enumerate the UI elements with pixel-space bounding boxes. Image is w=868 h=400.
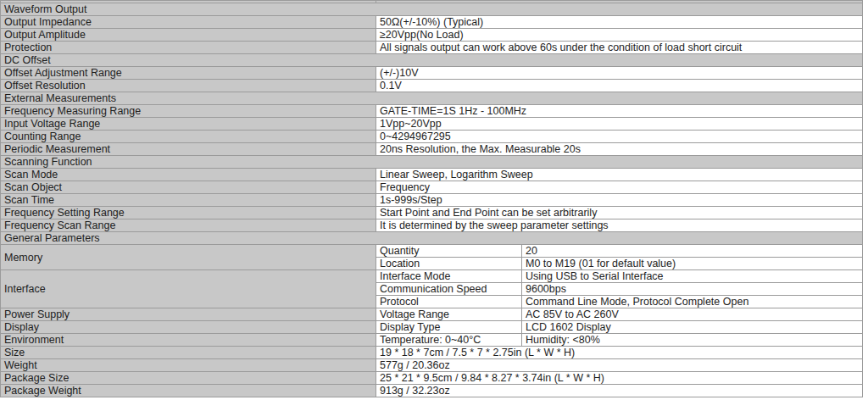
spec-row: Counting Range 0~4294967295 [1, 131, 863, 143]
spec-row: Package Weight 913g / 32.23oz [1, 385, 863, 397]
spec-value: Linear Sweep, Logarithm Sweep [376, 169, 863, 181]
spec-value: ≥20Vpp(No Load) [376, 29, 863, 42]
section-header: DC Offset [1, 54, 863, 67]
spec-value: GATE-TIME=1S 1Hz - 100MHz [376, 105, 863, 118]
spec-value: LCD 1602 Display [522, 321, 863, 334]
spec-row: Offset Resolution 0.1V [1, 80, 863, 92]
spec-sub-label: Communication Speed [376, 283, 522, 296]
spec-label: Scan Time [1, 194, 376, 207]
spec-value: 0~4294967295 [376, 131, 863, 143]
section-row-scanning-function: Scanning Function [1, 156, 863, 169]
spec-label: Frequency Scan Range [1, 219, 376, 232]
spec-row: Power Supply Voltage Range AC 85V to AC … [1, 308, 863, 321]
spec-value: 9600bps [522, 283, 863, 296]
spec-label: Power Supply [1, 308, 376, 321]
spec-label: Display [1, 321, 376, 334]
spec-value: 50Ω(+/-10%) (Typical) [376, 16, 863, 29]
section-row-dc-offset: DC Offset [1, 54, 863, 67]
spec-value: 25 * 21 * 9.5cm / 9.84 * 8.27 * 3.74in (… [376, 372, 863, 385]
spec-value: It is determined by the sweep parameter … [376, 219, 863, 232]
spec-row: Output Impedance 50Ω(+/-10%) (Typical) [1, 16, 863, 29]
spec-value: 1Vpp~20Vpp [376, 118, 863, 131]
spec-row: Output Amplitude ≥20Vpp(No Load) [1, 29, 863, 42]
spec-label: Input Voltage Range [1, 118, 376, 131]
spec-label: Frequency Measuring Range [1, 105, 376, 118]
spec-label: Package Size [1, 372, 376, 385]
spec-row: Weight 577g / 20.36oz [1, 359, 863, 372]
spec-sub-label: Interface Mode [376, 270, 522, 283]
spec-row: Protection All signals output can work a… [1, 42, 863, 54]
spec-table: Waveform Output Output Impedance 50Ω(+/-… [0, 0, 863, 397]
spec-row: Environment Temperature: 0~40°C Humidity… [1, 334, 863, 347]
spec-label: Package Weight [1, 385, 376, 397]
spec-row: Size 19 * 18 * 7cm / 7.5 * 7 * 2.75in (L… [1, 347, 863, 359]
spec-value: Frequency [376, 181, 863, 194]
spec-value: 913g / 32.23oz [376, 385, 863, 397]
spec-sub-label: Quantity [376, 245, 522, 258]
spec-row: Memory Quantity 20 [1, 245, 863, 258]
spec-sub-label: Protocol [376, 296, 522, 308]
spec-label: Memory [1, 245, 376, 270]
spec-label: Periodic Measurement [1, 143, 376, 156]
section-row-external-measurements: External Measurements [1, 92, 863, 105]
spec-value: 1s-999s/Step [376, 194, 863, 207]
spec-value: 20ns Resolution, the Max. Measurable 20s [376, 143, 863, 156]
spec-row: Package Size 25 * 21 * 9.5cm / 9.84 * 8.… [1, 372, 863, 385]
section-header: General Parameters [1, 232, 863, 245]
spec-value: Humidity: <80% [522, 334, 863, 347]
spec-label: Counting Range [1, 131, 376, 143]
spec-row: Offset Adjustment Range (+/-)10V [1, 67, 863, 80]
spec-row: Scan Time 1s-999s/Step [1, 194, 863, 207]
spec-row: Input Voltage Range 1Vpp~20Vpp [1, 118, 863, 131]
spec-value: Start Point and End Point can be set arb… [376, 207, 863, 219]
spec-sub-label: Voltage Range [376, 308, 522, 321]
spec-value: 577g / 20.36oz [376, 359, 863, 372]
spec-label: Offset Resolution [1, 80, 376, 92]
spec-row: Display Display Type LCD 1602 Display [1, 321, 863, 334]
spec-row: Frequency Setting Range Start Point and … [1, 207, 863, 219]
spec-label: Scan Object [1, 181, 376, 194]
section-header: Scanning Function [1, 156, 863, 169]
spec-label: Interface [1, 270, 376, 308]
spec-label: Size [1, 347, 376, 359]
spec-sub-label: Display Type [376, 321, 522, 334]
spec-sub-label: Location [376, 258, 522, 270]
spec-label: Offset Adjustment Range [1, 67, 376, 80]
section-header: Waveform Output [1, 3, 863, 16]
spec-value: Using USB to Serial Interface [522, 270, 863, 283]
spec-sub-label: Temperature: 0~40°C [376, 334, 522, 347]
section-header: External Measurements [1, 92, 863, 105]
spec-label: Protection [1, 42, 376, 54]
spec-row: Interface Interface Mode Using USB to Se… [1, 270, 863, 283]
spec-label: Environment [1, 334, 376, 347]
spec-label: Output Impedance [1, 16, 376, 29]
spec-row: Scan Mode Linear Sweep, Logarithm Sweep [1, 169, 863, 181]
spec-value: Command Line Mode, Protocol Complete Ope… [522, 296, 863, 308]
spec-row: Frequency Scan Range It is determined by… [1, 219, 863, 232]
spec-value: 19 * 18 * 7cm / 7.5 * 7 * 2.75in (L * W … [376, 347, 863, 359]
spec-label: Frequency Setting Range [1, 207, 376, 219]
spec-value: 0.1V [376, 80, 863, 92]
spec-label: Scan Mode [1, 169, 376, 181]
spec-value: M0 to M19 (01 for default value) [522, 258, 863, 270]
spec-label: Output Amplitude [1, 29, 376, 42]
spec-value: (+/-)10V [376, 67, 863, 80]
spec-label: Weight [1, 359, 376, 372]
spec-row: Scan Object Frequency [1, 181, 863, 194]
spec-value: AC 85V to AC 260V [522, 308, 863, 321]
spec-row: Periodic Measurement 20ns Resolution, th… [1, 143, 863, 156]
spec-row: Frequency Measuring Range GATE-TIME=1S 1… [1, 105, 863, 118]
section-row-waveform-output: Waveform Output [1, 3, 863, 16]
spec-value: 20 [522, 245, 863, 258]
section-row-general-parameters: General Parameters [1, 232, 863, 245]
spec-value: All signals output can work above 60s un… [376, 42, 863, 54]
